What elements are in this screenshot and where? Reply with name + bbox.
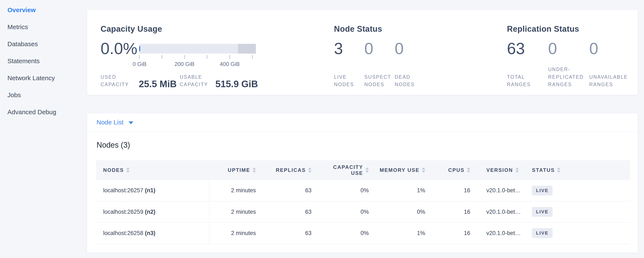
memory-use-cell: 1% [376, 180, 433, 201]
node-id: (n3) [145, 230, 156, 236]
table-row-node-2[interactable]: localhost:26259 (n2) 2 minutes 63 0% 0% … [96, 201, 630, 222]
column-header-cpus[interactable]: CPUS [433, 160, 478, 180]
table-header-row: NODES UPTIME REPLICAS CAPACITY USE [96, 160, 630, 180]
status-badge: LIVE [532, 207, 552, 217]
node-address: localhost:26257 [103, 187, 143, 194]
capacity-use-cell: 0% [319, 222, 376, 244]
sidebar-item-databases[interactable]: Databases [0, 36, 87, 53]
table-row-node-3[interactable]: localhost:26258 (n3) 2 minutes 63 0% 1% … [96, 222, 630, 244]
node-address: localhost:26259 [103, 209, 143, 215]
sort-icon[interactable] [308, 167, 312, 173]
sidebar-item-metrics[interactable]: Metrics [0, 19, 87, 36]
replication-status-title: Replication Status [507, 24, 638, 34]
uptime-cell: 2 minutes [209, 222, 264, 244]
used-capacity-label: USED CAPACITY [100, 73, 134, 88]
replicas-cell: 63 [264, 201, 319, 222]
replication-status-section: Replication Status 63 TOTAL RANGES 0 UND… [507, 24, 638, 88]
sort-icon[interactable] [516, 167, 519, 173]
version-cell: v20.1.0-bet… [478, 180, 526, 201]
suspect-nodes-stat: 0 SUSPECT NODES [364, 42, 395, 88]
total-ranges-label: TOTAL RANGES [507, 73, 547, 88]
column-label: UPTIME [228, 167, 250, 173]
column-header-nodes[interactable]: NODES [96, 160, 209, 180]
column-header-capacity-use[interactable]: CAPACITY USE [319, 160, 376, 180]
main-content: Capacity Usage 0.0% [87, 0, 644, 258]
uptime-cell: 2 minutes [209, 201, 264, 222]
column-header-memory-use[interactable]: MEMORY USE [376, 160, 433, 180]
column-label: STATUS [532, 167, 555, 173]
memory-use-cell: 0% [376, 201, 433, 222]
cpus-cell: 16 [433, 201, 478, 222]
unavailable-ranges-stat: 0 UNAVAILABLE RANGES [589, 42, 630, 88]
sidebar: Overview Metrics Databases Statements Ne… [0, 0, 87, 258]
sidebar-item-jobs[interactable]: Jobs [0, 87, 87, 104]
axis-label-400gib: 400 GiB [220, 61, 240, 67]
node-list-view-label: Node List [96, 119, 124, 126]
axis-tick [162, 55, 162, 59]
column-header-uptime[interactable]: UPTIME [209, 160, 264, 180]
node-address-cell: localhost:26259 (n2) [96, 201, 209, 222]
column-header-replicas[interactable]: REPLICAS [264, 160, 319, 180]
sort-icon[interactable] [422, 167, 425, 173]
under-replicated-ranges-label: UNDER-REPLICATED RANGES [548, 66, 588, 88]
live-nodes-value: 3 [334, 42, 364, 56]
node-address-cell: localhost:26258 (n3) [96, 222, 209, 244]
sidebar-item-advanced-debug[interactable]: Advanced Debug [0, 104, 87, 120]
cluster-overview-panel: Capacity Usage 0.0% [87, 10, 638, 95]
capacity-used-percent: 0.0% [100, 42, 139, 56]
node-status-section: Node Status 3 LIVE NODES 0 SUSPECT NODES… [334, 24, 507, 88]
node-address: localhost:26258 [103, 230, 143, 236]
sidebar-item-network-latency[interactable]: Network Latency [0, 70, 87, 87]
column-label: CPUS [448, 167, 464, 173]
capacity-use-cell: 0% [319, 201, 376, 222]
capacity-gauge-reserved-segment [238, 44, 256, 54]
used-capacity-value: 25.5 MiB [139, 80, 180, 88]
replicas-cell: 63 [264, 222, 319, 244]
sidebar-item-statements[interactable]: Statements [0, 53, 87, 70]
page: Overview Metrics Databases Statements Ne… [0, 0, 644, 258]
sidebar-item-overview[interactable]: Overview [0, 2, 87, 19]
nodes-table: NODES UPTIME REPLICAS CAPACITY USE [96, 160, 630, 244]
capacity-gauge-track [139, 44, 256, 54]
under-replicated-ranges-value: 0 [548, 42, 589, 56]
node-id: (n1) [145, 187, 156, 194]
capacity-gauge-used-marker [139, 46, 140, 51]
sort-icon[interactable] [126, 167, 130, 173]
under-replicated-ranges-stat: 0 UNDER-REPLICATED RANGES [548, 42, 589, 88]
node-list-header: Node List [87, 113, 638, 132]
live-nodes-stat: 3 LIVE NODES [334, 42, 364, 88]
node-list-view-dropdown[interactable]: Node List [96, 119, 133, 126]
version-cell: v20.1.0-bet… [478, 222, 526, 244]
status-cell: LIVE [526, 180, 630, 201]
axis-tick [252, 55, 252, 59]
axis-tick [139, 55, 140, 59]
total-ranges-stat: 63 TOTAL RANGES [507, 42, 548, 88]
capacity-usage-title: Capacity Usage [100, 24, 334, 34]
sort-icon[interactable] [557, 167, 560, 173]
status-cell: LIVE [526, 201, 630, 222]
status-badge: LIVE [532, 186, 552, 195]
axis-label-0gib: 0 GiB [132, 61, 146, 67]
column-header-version[interactable]: VERSION [478, 160, 526, 180]
column-label: MEMORY USE [380, 167, 420, 173]
node-status-title: Node Status [334, 24, 507, 34]
sort-icon[interactable] [467, 167, 470, 173]
axis-tick [207, 55, 207, 59]
unavailable-ranges-label: UNAVAILABLE RANGES [589, 73, 630, 88]
axis-tick [230, 55, 230, 59]
column-label: CAPACITY USE [331, 164, 363, 176]
column-label: NODES [103, 167, 124, 173]
capacity-use-cell: 0% [319, 180, 376, 201]
dead-nodes-label: DEAD NODES [395, 73, 425, 88]
usable-capacity-value: 515.9 GiB [215, 80, 258, 88]
sort-icon[interactable] [366, 167, 369, 173]
table-row-node-1[interactable]: localhost:26257 (n1) 2 minutes 63 0% 1% … [96, 180, 630, 201]
sort-icon[interactable] [252, 167, 256, 173]
column-label: VERSION [486, 167, 513, 173]
axis-label-200gib: 200 GiB [174, 61, 194, 67]
version-cell: v20.1.0-bet… [478, 201, 526, 222]
unavailable-ranges-value: 0 [589, 42, 630, 56]
node-list-panel: Node List Nodes (3) NODES [87, 113, 638, 253]
node-list-body: Nodes (3) NODES UPTIME [87, 132, 638, 253]
column-header-status[interactable]: STATUS [526, 160, 630, 180]
